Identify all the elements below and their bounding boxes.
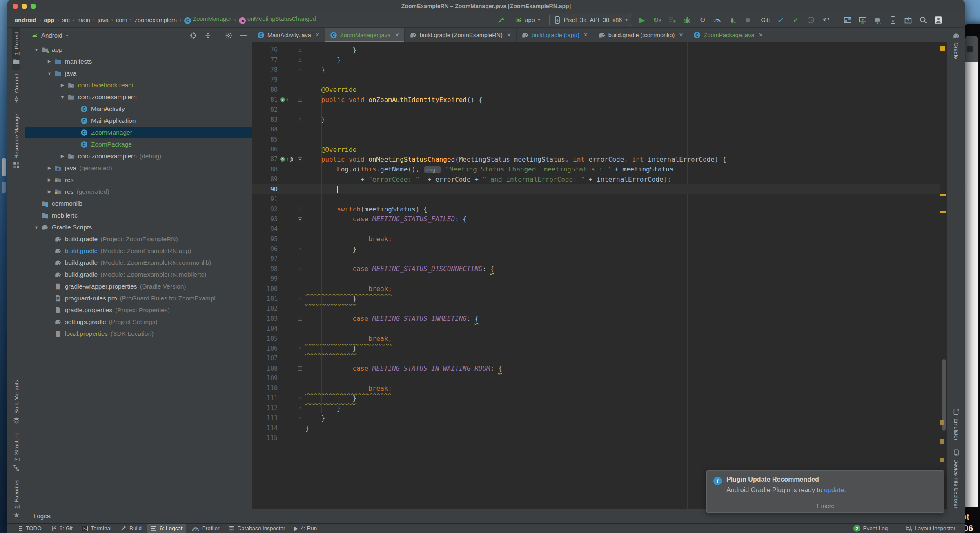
- chevron-down-icon[interactable]: ▾: [66, 33, 68, 38]
- fold-column[interactable]: ⌂: [295, 246, 305, 252]
- git-update-button-icon[interactable]: ↙: [776, 16, 785, 24]
- editor-tab-zoommanager-java[interactable]: CZoomManager.java✕: [325, 28, 405, 42]
- code-line-105[interactable]: 105 break;: [252, 333, 940, 343]
- update-link[interactable]: update: [824, 486, 844, 493]
- editor-tab-zoompackage-java[interactable]: CZoomPackage.java✕: [688, 28, 768, 42]
- inspection-warning-indicator[interactable]: [940, 46, 945, 51]
- minimize-window-button[interactable]: [22, 4, 27, 9]
- breadcrumb-item[interactable]: java: [97, 17, 109, 23]
- warning-stripe-mark[interactable]: [940, 211, 946, 213]
- expand-arrow-icon[interactable]: ▶: [58, 153, 67, 159]
- device-select[interactable]: Pixel_3a_API_30_x86▾: [549, 14, 632, 26]
- overriding-method-icon[interactable]: o: [280, 157, 285, 162]
- fold-column[interactable]: [295, 98, 305, 102]
- code-line-91[interactable]: 91: [252, 194, 940, 204]
- fold-marker-icon[interactable]: [298, 317, 302, 321]
- code-line-81[interactable]: 81o↑ public void onZoomAuthIdentityExpir…: [252, 95, 940, 104]
- fold-end-icon[interactable]: ⌂: [298, 116, 302, 122]
- fold-column[interactable]: ⌂: [295, 345, 305, 351]
- expand-arrow-icon[interactable]: ▶: [45, 59, 54, 64]
- tool-stripe-button-build-variants[interactable]: Build Variants: [12, 376, 20, 428]
- close-window-button[interactable]: [13, 4, 18, 9]
- tree-item-settings-gradle[interactable]: settings.gradle(Project Settings): [25, 316, 252, 328]
- editor-tab-mainactivity-java[interactable]: CMainActivity.java✕: [252, 28, 325, 42]
- code-line-87[interactable]: 87o↑@ public void onMeetingStatusChanged…: [252, 154, 940, 164]
- gradle-sync-button-icon[interactable]: [873, 16, 882, 24]
- tree-item-zoommanager[interactable]: CZoomManager: [25, 127, 252, 138]
- code-line-82[interactable]: 82: [252, 104, 940, 114]
- code-line-76[interactable]: 76⌂ }: [252, 45, 940, 55]
- tool-button-todo[interactable]: TODO: [13, 524, 45, 533]
- fold-column[interactable]: ⌂: [295, 415, 305, 421]
- fold-column[interactable]: ⌂: [295, 57, 305, 63]
- editor-tab-build-gradle-app-[interactable]: build.gradle (:app)✕: [517, 28, 593, 42]
- code-line-113[interactable]: 113⌂ }: [252, 413, 940, 423]
- tree-item-com-facebook-react[interactable]: ▶com.facebook.react: [25, 79, 252, 91]
- fold-end-icon[interactable]: ⌂: [298, 405, 302, 411]
- code-line-97[interactable]: 97: [252, 254, 940, 264]
- tree-item-commonlib[interactable]: commonlib: [25, 198, 252, 209]
- code-line-84[interactable]: 84: [252, 124, 940, 134]
- breadcrumb-item[interactable]: monMeetingStatusChanged: [238, 16, 317, 24]
- search-button-icon[interactable]: [919, 16, 928, 24]
- fold-marker-icon[interactable]: [298, 267, 302, 271]
- fold-column[interactable]: [295, 317, 305, 321]
- code-line-103[interactable]: 103 case MEETING_STATUS_INMEETING: {: [252, 314, 940, 324]
- code-line-88[interactable]: 88 Log.d(this.getName(), msg: "Meeting S…: [252, 164, 940, 174]
- tree-item-com-zoomexamplern[interactable]: ▶com.zoomexamplern(debug): [25, 150, 252, 162]
- code-line-83[interactable]: 83⌂ }: [252, 115, 940, 124]
- tool-stripe-button-gradle[interactable]: Gradle: [952, 28, 960, 63]
- tree-item-manifests[interactable]: ▶manifests: [25, 56, 252, 67]
- fold-end-icon[interactable]: ⌂: [298, 345, 302, 351]
- code-line-108[interactable]: 108 case MEETING_STATUS_IN_WAITING_ROOM:…: [252, 364, 940, 373]
- code-line-92[interactable]: 92 switch(meetingStatus) {: [252, 204, 940, 214]
- code-line-114[interactable]: 114}: [252, 423, 940, 433]
- breadcrumb-item[interactable]: com: [115, 17, 128, 23]
- code-line-98[interactable]: 98 case MEETING_STATUS_DISCONNECTING: {: [252, 264, 940, 274]
- code-line-93[interactable]: 93 case MEETING_STATUS_FAILED: {: [252, 214, 940, 224]
- code-line-94[interactable]: 94: [252, 224, 940, 234]
- fold-column[interactable]: ⌂: [295, 405, 305, 411]
- fold-marker-icon[interactable]: [298, 366, 302, 371]
- fold-column[interactable]: ⌂: [295, 47, 305, 53]
- stripe-mark[interactable]: [940, 458, 944, 462]
- breadcrumb-item[interactable]: main: [76, 17, 91, 23]
- tree-item-mainactivity[interactable]: CMainActivity: [25, 103, 252, 115]
- editor-tab-build-gradle-zoomexamplern-[interactable]: build.gradle (ZoomExampleRN)✕: [405, 28, 517, 42]
- tool-button-4-run[interactable]: ▶4: Run: [291, 524, 321, 532]
- code-line-106[interactable]: 106⌂ }: [252, 344, 940, 353]
- apply-changes-button-icon[interactable]: ↻A: [653, 16, 662, 24]
- fold-end-icon[interactable]: ⌂: [298, 47, 302, 53]
- code-line-104[interactable]: 104: [252, 324, 940, 333]
- tree-item-app[interactable]: ▼app: [25, 44, 252, 56]
- tree-item-gradle-scripts[interactable]: ▼Gradle Scripts: [25, 221, 252, 233]
- project-view-selector[interactable]: Android: [41, 32, 62, 39]
- code-line-77[interactable]: 77⌂ }: [252, 55, 940, 64]
- tool-button-profiler[interactable]: Profiler: [188, 524, 223, 533]
- breadcrumb-item[interactable]: zoomexamplern: [134, 17, 178, 23]
- stop-button-icon[interactable]: ■: [743, 16, 752, 24]
- tool-windows-button-icon[interactable]: [843, 16, 852, 24]
- code-line-107[interactable]: 107: [252, 353, 940, 363]
- tree-item-zoompackage[interactable]: CZoomPackage: [25, 138, 252, 150]
- panel-settings-button-icon[interactable]: [224, 31, 233, 40]
- window-controls[interactable]: [13, 4, 36, 9]
- attach-profiler-button-icon[interactable]: [728, 16, 737, 24]
- tree-item-com-zoomexamplern[interactable]: ▼com.zoomexamplern: [25, 91, 252, 103]
- code-line-111[interactable]: 111⌂ }: [252, 393, 940, 403]
- code-line-80[interactable]: 80 @Override: [252, 85, 940, 95]
- code-line-110[interactable]: 110 break;: [252, 383, 940, 393]
- tool-button-9-git[interactable]: 9: Git: [47, 524, 76, 533]
- code-line-78[interactable]: 78⌂ }: [252, 65, 940, 75]
- fold-column[interactable]: ⌂: [295, 67, 305, 73]
- tree-item-proguard-rules-pro[interactable]: proguard-rules.pro(ProGuard Rules for Zo…: [25, 292, 252, 304]
- code-line-85[interactable]: 85: [252, 135, 940, 144]
- expand-arrow-icon[interactable]: ▼: [45, 71, 54, 76]
- hide-panel-button-icon[interactable]: —: [239, 31, 248, 40]
- git-rollback-button-icon[interactable]: ↶: [822, 16, 831, 24]
- tree-item-build-gradle[interactable]: build.gradle(Module: ZoomExampleRN.commo…: [25, 257, 252, 269]
- tree-item-mainapplication[interactable]: CMainApplication: [25, 115, 252, 127]
- close-tab-icon[interactable]: ✕: [315, 32, 320, 38]
- tool-stripe-button-emulator[interactable]: Emulator: [952, 404, 960, 444]
- code-line-112[interactable]: 112⌂ }: [252, 403, 940, 413]
